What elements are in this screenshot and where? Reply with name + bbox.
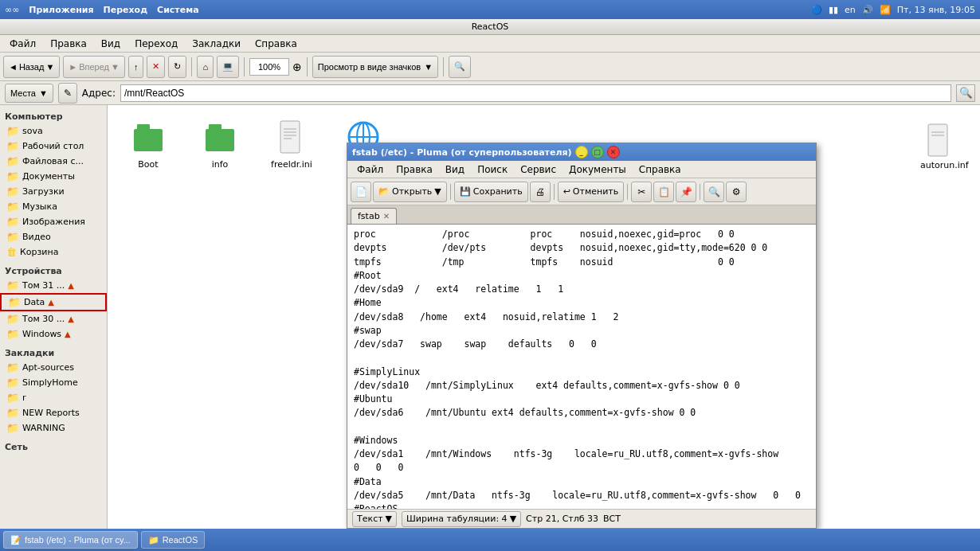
home-button[interactable]: ⌂ bbox=[197, 56, 214, 78]
menu-bar: Файл Правка Вид Переход Закладки Справка bbox=[0, 35, 980, 53]
language-indicator[interactable]: en bbox=[845, 5, 856, 15]
sidebar-item-windows[interactable]: 📁 Windows ▲ bbox=[0, 326, 107, 342]
eject-icon[interactable]: ▲ bbox=[68, 281, 74, 290]
pluma-menu-search[interactable]: Поиск bbox=[471, 162, 514, 177]
pluma-new-button[interactable]: 📄 bbox=[351, 182, 371, 202]
computer-button[interactable]: 💻 bbox=[217, 56, 239, 78]
sidebar-label-fs: Файловая с... bbox=[22, 156, 84, 166]
pluma-menu: Файл Правка Вид Поиск Сервис Документы С… bbox=[347, 161, 816, 178]
file-item-autorun[interactable]: autorun.inf bbox=[920, 121, 980, 170]
up-button[interactable]: ↑ bbox=[128, 56, 144, 78]
file-item-freeldr[interactable]: freeldr.ini bbox=[264, 118, 319, 170]
view-mode-button[interactable]: Просмотр в виде значков ▼ bbox=[312, 56, 438, 78]
sidebar-label-simplyhome: SimplyHome bbox=[22, 377, 78, 388]
pluma-maximize-button[interactable]: □ bbox=[591, 146, 604, 158]
sidebar-item-tom31[interactable]: 📁 Том 31 ... ▲ bbox=[0, 278, 107, 293]
address-input[interactable] bbox=[120, 84, 951, 102]
eject-icon[interactable]: ▲ bbox=[48, 298, 54, 307]
menu-help[interactable]: Справка bbox=[249, 37, 304, 51]
pluma-save-button[interactable]: 💾 Сохранить bbox=[454, 182, 528, 202]
edit-location-button[interactable]: ✎ bbox=[58, 83, 77, 104]
pluma-paste-button[interactable]: 📌 bbox=[676, 182, 696, 202]
window-title: ReactOS bbox=[472, 21, 509, 32]
folder-icon: 📁 bbox=[6, 201, 19, 213]
pluma-replace-button[interactable]: ⚙ bbox=[726, 182, 747, 202]
separator-4 bbox=[443, 57, 444, 76]
pluma-menu-help[interactable]: Справка bbox=[633, 162, 688, 177]
eject-icon[interactable]: ▲ bbox=[65, 330, 71, 338]
bluetooth-icon[interactable]: 🔵 bbox=[811, 5, 822, 15]
pluma-tab-width-dropdown[interactable]: Ширина табуляции: 4 ▼ bbox=[402, 511, 521, 527]
pluma-menu-tools[interactable]: Сервис bbox=[514, 162, 563, 177]
sidebar-item-apt[interactable]: 📁 Apt-sources bbox=[0, 360, 107, 375]
zoom-input[interactable] bbox=[249, 58, 289, 76]
sidebar-item-images[interactable]: 📁 Изображения bbox=[0, 214, 107, 229]
menu-file[interactable]: Файл bbox=[3, 37, 42, 51]
menu-edit[interactable]: Правка bbox=[44, 37, 93, 51]
back-button[interactable]: ◄ Назад ▼ bbox=[3, 56, 60, 78]
sidebar-item-simplyhome[interactable]: 📁 SimplyHome bbox=[0, 375, 107, 390]
sidebar-label-sova: sova bbox=[22, 126, 43, 136]
sidebar-item-documents[interactable]: 📁 Документы bbox=[0, 169, 107, 184]
sidebar-item-data[interactable]: 📁 Data ▲ bbox=[0, 293, 107, 311]
sidebar-label-music: Музыка bbox=[22, 201, 57, 212]
file-item-info[interactable]: info bbox=[192, 118, 248, 170]
wifi-icon[interactable]: 📶 bbox=[880, 5, 891, 15]
pluma-undo-button[interactable]: ↩ Отменить bbox=[558, 182, 625, 202]
sidebar-item-trash[interactable]: 🗑 Корзина bbox=[0, 244, 107, 260]
sidebar-item-new-reports[interactable]: 📁 NEW Reports bbox=[0, 405, 107, 420]
pluma-print-button[interactable]: 🖨 bbox=[530, 182, 551, 202]
folder-icon: 📁 bbox=[6, 392, 19, 404]
folder-icon: 📁 bbox=[6, 231, 19, 243]
menu-system[interactable]: Система bbox=[157, 5, 199, 15]
pluma-tab-fstab[interactable]: fstab ✕ bbox=[351, 208, 397, 224]
sidebar-item-sova[interactable]: 📁 sova bbox=[0, 123, 107, 139]
sidebar-item-r[interactable]: 📁 r bbox=[0, 390, 107, 405]
pluma-menu-documents[interactable]: Документы bbox=[563, 162, 633, 177]
pluma-search-button[interactable]: 🔍 bbox=[704, 182, 724, 202]
pluma-close-button[interactable]: ✕ bbox=[607, 146, 620, 158]
sidebar-item-warning[interactable]: 📁 WARNING bbox=[0, 420, 107, 436]
pluma-menu-edit[interactable]: Правка bbox=[390, 162, 439, 177]
view-dropdown-icon: ▼ bbox=[424, 62, 433, 72]
reload-button[interactable]: ↻ bbox=[168, 56, 186, 78]
volume-icon[interactable]: 🔊 bbox=[862, 5, 873, 15]
addr-go-button[interactable]: 🔍 bbox=[956, 84, 975, 102]
menu-applications[interactable]: Приложения bbox=[29, 5, 93, 15]
folder-icon: 📁 bbox=[6, 155, 19, 167]
places-button[interactable]: Места ▼ bbox=[5, 84, 53, 103]
sidebar-item-video[interactable]: 📁 Видео bbox=[0, 229, 107, 244]
sidebar-item-downloads[interactable]: 📁 Загрузки bbox=[0, 184, 107, 199]
pluma-menu-view[interactable]: Вид bbox=[439, 162, 471, 177]
sidebar-item-tom30[interactable]: 📁 Том 30 ... ▲ bbox=[0, 311, 107, 326]
pluma-cut-button[interactable]: ✂ bbox=[631, 182, 652, 202]
sidebar-item-filesystem[interactable]: 📁 Файловая с... bbox=[0, 154, 107, 169]
pluma-copy-button[interactable]: 📋 bbox=[653, 182, 674, 202]
forward-button[interactable]: ► Вперед ▼ bbox=[63, 56, 125, 78]
stop-button[interactable]: ✕ bbox=[147, 56, 165, 78]
menu-view[interactable]: Вид bbox=[95, 37, 127, 51]
svg-rect-2 bbox=[206, 129, 234, 151]
sidebar-item-desktop[interactable]: 📁 Рабочий стол bbox=[0, 139, 107, 154]
taskbar-item-pluma[interactable]: 📝 fstab (/etc) - Pluma (от су... bbox=[3, 531, 138, 549]
file-item-boot[interactable]: Boot bbox=[120, 118, 176, 170]
separator-3 bbox=[307, 57, 308, 76]
taskbar-item-reactos[interactable]: 📁 ReactOS bbox=[141, 531, 206, 549]
pluma-tab-close[interactable]: ✕ bbox=[383, 212, 390, 221]
sidebar-section-network: Сеть bbox=[0, 439, 107, 454]
eject-icon[interactable]: ▲ bbox=[68, 315, 74, 323]
pluma-minimize-button[interactable]: _ bbox=[575, 146, 588, 158]
sidebar-label-tom30: Том 30 ... bbox=[22, 314, 65, 324]
sidebar-item-music[interactable]: 📁 Музыка bbox=[0, 199, 107, 214]
menu-navigation[interactable]: Переход bbox=[104, 5, 148, 15]
menu-go[interactable]: Переход bbox=[128, 37, 184, 51]
pluma-open-button[interactable]: 📂 Открыть ▼ bbox=[373, 182, 447, 202]
menu-bookmarks[interactable]: Закладки bbox=[186, 37, 247, 51]
search-button[interactable]: 🔍 bbox=[449, 56, 471, 78]
pluma-text-type-dropdown[interactable]: Текст ▼ bbox=[352, 511, 397, 527]
pluma-title: fstab (/etc) - Pluma (от суперпользовате… bbox=[352, 147, 572, 158]
sidebar-label-docs: Документы bbox=[22, 171, 75, 182]
pluma-text-area[interactable]: proc /proc proc nosuid,noexec,gid=proc 0… bbox=[347, 225, 816, 509]
pluma-menu-file[interactable]: Файл bbox=[351, 162, 390, 177]
back-dropdown-icon: ▼ bbox=[45, 62, 54, 72]
